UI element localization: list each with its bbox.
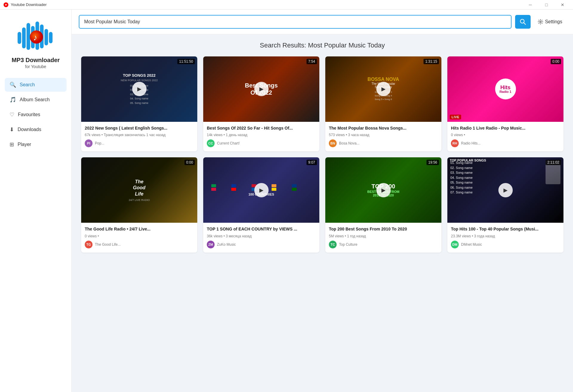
- maximize-button[interactable]: □: [540, 0, 553, 10]
- title-bar-controls: ─ □ ✕: [523, 0, 569, 10]
- card-channel-7: TC Top Culture: [329, 241, 438, 248]
- card-info-7: Top 200 Best Songs From 2010 To 2020 5M …: [325, 223, 441, 253]
- thumbnail-3: BOSSA NOVA The Most PopularSongs Today S…: [325, 56, 441, 122]
- title-bar-left: Youtube Downloader: [4, 2, 47, 7]
- close-button[interactable]: ✕: [556, 0, 569, 10]
- play-button-3[interactable]: ▶: [376, 82, 391, 96]
- card-info-3: The Most Popular Bossa Nova Songs... 573…: [325, 122, 441, 152]
- thumbnail-1: TOP SONGS 2022NEW POPULAR SONGS 2022 01.…: [81, 56, 197, 122]
- card-title-2: Best Songs Of 2022 So Far - Hit Songs Of…: [207, 125, 316, 131]
- duration-badge-2: 7:54: [306, 59, 317, 64]
- card-info-4: Hits Radio 1 Live Radio - Pop Music... 0…: [447, 122, 563, 152]
- app-logo: ♪: [16, 16, 55, 54]
- video-card[interactable]: TOP 200 BEST SONGS FROM2010 TO 2020 ▶ 19…: [325, 157, 441, 252]
- search-input-wrapper: [79, 15, 512, 29]
- card-title-8: Top Hits 100 - Top 40 Popular Songs (Mus…: [451, 226, 560, 232]
- favourites-nav-icon: ♡: [10, 111, 14, 118]
- card-channel-3: BN Bosa Nova...: [329, 139, 438, 147]
- card-info-8: Top Hits 100 - Top 40 Popular Songs (Mus…: [447, 223, 563, 253]
- thumbnail-7: TOP 200 BEST SONGS FROM2010 TO 2020 ▶ 19…: [325, 157, 441, 223]
- video-card[interactable]: 100 COUNTRIES ▶ 9:07 TOP 1 SONG of EACH …: [203, 157, 319, 252]
- play-button-6[interactable]: ▶: [254, 183, 269, 197]
- channel-avatar-5: TG: [85, 241, 93, 248]
- channel-name-7: Top Culture: [339, 242, 357, 247]
- video-card[interactable]: TOP SONGS 2022NEW POPULAR SONGS 2022 01.…: [81, 56, 197, 151]
- video-card[interactable]: TheGoodLife 24/7 LIVE RADIO 0:00 The Goo…: [81, 157, 197, 252]
- card-channel-2: CC Current Chart!: [207, 139, 316, 147]
- thumbnail-2: Best SongsOf 2022 ▶ 7:54: [203, 56, 319, 122]
- play-button-7[interactable]: ▶: [376, 183, 391, 197]
- video-card[interactable]: Best SongsOf 2022 ▶ 7:54 Best Songs Of 2…: [203, 56, 319, 151]
- duration-badge-3: 1:31:15: [423, 59, 439, 64]
- svg-text:♪: ♪: [33, 33, 37, 42]
- main-content: Settings Search Results: Most Popular Mu…: [72, 10, 573, 392]
- card-info-5: The Good Life Radio • 24/7 Live... 0 vie…: [81, 223, 197, 253]
- card-title-1: 2022 New Songs ( Latest English Songs...: [85, 125, 194, 131]
- settings-icon: [538, 19, 543, 24]
- play-button-1[interactable]: ▶: [132, 82, 147, 96]
- svg-point-15: [540, 21, 541, 23]
- duration-badge-8: 2:11:02: [546, 160, 561, 165]
- svg-rect-4: [27, 23, 30, 50]
- svg-rect-8: [44, 29, 48, 45]
- card-channel-5: TG The Good Life...: [85, 241, 194, 248]
- player-nav-icon: ⊞: [10, 141, 14, 148]
- play-button-8[interactable]: ▶: [498, 183, 513, 197]
- sidebar-item-player[interactable]: ⊞ Player: [5, 138, 67, 151]
- card-title-6: TOP 1 SONG of EACH COUNTRY by VIEWS ...: [207, 226, 316, 232]
- search-bar-area: Settings: [72, 10, 573, 34]
- sidebar-item-downloads-label: Downloads: [18, 127, 41, 132]
- card-meta-8: 23.3M views • 3 года назад: [451, 234, 560, 238]
- card-meta-3: 573 views • 3 часа назад: [329, 133, 438, 137]
- card-info-1: 2022 New Songs ( Latest English Songs...…: [81, 122, 197, 152]
- sidebar-item-player-label: Player: [18, 142, 31, 147]
- channel-name-3: Bosa Nova...: [339, 141, 360, 145]
- logo-container: ♪ MP3 Downloader for Youtube: [12, 16, 60, 69]
- video-card[interactable]: Hits Radio 1 LIVE 0:00 Hits Radio 1 Live…: [447, 56, 563, 151]
- sidebar-item-favourites[interactable]: ♡ Favourites: [5, 108, 67, 122]
- channel-avatar-6: ZM: [207, 241, 215, 248]
- card-meta-2: 14k views • 1 день назад: [207, 133, 316, 137]
- play-button-2[interactable]: ▶: [254, 82, 269, 96]
- card-meta-1: 67k views • Трансляция закончилась 1 час…: [85, 133, 194, 137]
- card-meta-7: 5M views • 1 год назад: [329, 234, 438, 238]
- sidebar-item-downloads[interactable]: ⬇ Downloads: [5, 123, 67, 136]
- card-info-2: Best Songs Of 2022 So Far - Hit Songs Of…: [203, 122, 319, 152]
- card-meta-4: 0 views •: [451, 133, 560, 137]
- svg-rect-2: [18, 32, 21, 44]
- card-info-6: TOP 1 SONG of EACH COUNTRY by VIEWS ... …: [203, 223, 319, 253]
- duration-badge-7: 19:56: [426, 160, 439, 165]
- sidebar-item-search[interactable]: 🔍 Search: [5, 78, 67, 92]
- card-title-7: Top 200 Best Songs From 2010 To 2020: [329, 226, 438, 232]
- card-channel-4: RH Radio Hits...: [451, 139, 560, 147]
- search-input[interactable]: [79, 15, 512, 29]
- svg-rect-9: [49, 32, 53, 43]
- card-title-4: Hits Radio 1 Live Radio - Pop Music...: [451, 125, 560, 131]
- thumbnail-6: 100 COUNTRIES ▶ 9:07: [203, 157, 319, 223]
- card-meta-6: 36k views • 3 месяца назад: [207, 234, 316, 238]
- sidebar-item-album-search[interactable]: 🎵 Album Search: [5, 93, 67, 107]
- video-card[interactable]: BOSSA NOVA The Most PopularSongs Today S…: [325, 56, 441, 151]
- channel-name-4: Radio Hits...: [461, 141, 480, 145]
- search-nav-icon: 🔍: [10, 82, 16, 88]
- svg-rect-3: [22, 27, 26, 48]
- minimize-button[interactable]: ─: [523, 0, 537, 10]
- app-body: ♪ MP3 Downloader for Youtube 🔍 Search 🎵 …: [0, 10, 573, 392]
- sidebar-item-search-label: Search: [20, 82, 35, 87]
- duration-badge-6: 9:07: [306, 160, 317, 165]
- settings-button[interactable]: Settings: [534, 17, 566, 27]
- sidebar: ♪ MP3 Downloader for Youtube 🔍 Search 🎵 …: [0, 10, 72, 392]
- card-title-5: The Good Life Radio • 24/7 Live...: [85, 226, 194, 232]
- card-meta-5: 0 views •: [85, 234, 194, 238]
- video-card[interactable]: 01. Song name02. Song name03. Song name0…: [447, 157, 563, 252]
- thumbnail-5: TheGoodLife 24/7 LIVE RADIO 0:00: [81, 157, 197, 223]
- duration-badge-1: 11:51:50: [177, 59, 195, 64]
- app-name: MP3 Downloader: [12, 57, 60, 64]
- card-title-3: The Most Popular Bossa Nova Songs...: [329, 125, 438, 131]
- app-sub: for Youtube: [25, 64, 46, 69]
- results-area[interactable]: Search Results: Most Popular Music Today…: [72, 34, 573, 392]
- search-button-icon: [520, 19, 526, 25]
- svg-line-14: [524, 23, 526, 24]
- search-button[interactable]: [515, 15, 531, 29]
- thumbnail-8: 01. Song name02. Song name03. Song name0…: [447, 157, 563, 223]
